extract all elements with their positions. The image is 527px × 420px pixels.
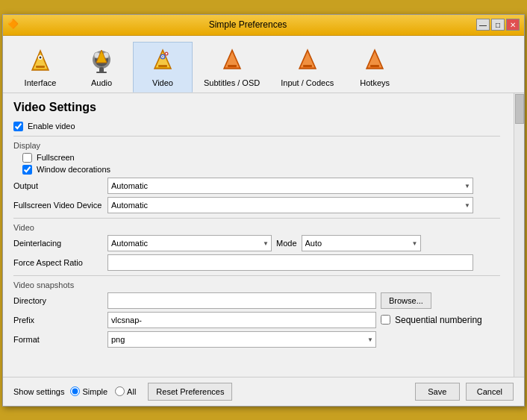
svg-point-3 [40,56,42,58]
snapshots-section-label: Video snapshots [13,280,500,289]
window-decorations-row: Window decorations [22,165,500,175]
mode-dropdown-wrapper: Auto [302,235,421,251]
app-icon: 🔶 [7,19,19,31]
video-tab-icon [148,47,178,77]
title-bar: 🔶 Simple Preferences — □ ✕ [3,15,524,36]
content-inner: Video Settings Enable video Display Full… [13,101,514,348]
directory-row: Directory Browse... [13,292,500,309]
sequential-numbering-label: Sequential numbering [395,315,482,325]
main-window: 🔶 Simple Preferences — □ ✕ Interface [2,14,525,407]
all-radio-item: All [115,386,136,396]
svg-rect-26 [303,65,312,67]
hotkeys-tab-label: Hotkeys [360,78,390,87]
fullscreen-row: Fullscreen [22,153,500,163]
show-settings-label: Show settings [13,387,64,396]
radio-group: Simple All [70,386,136,396]
enable-video-label: Enable video [28,122,75,131]
simple-radio-item: Simple [70,386,107,396]
tab-audio[interactable]: Audio [72,42,131,93]
svg-point-16 [162,56,163,57]
video-section-label: Video [13,223,500,232]
interface-tab-icon [25,47,55,77]
fullscreen-device-dropdown[interactable]: Automatic [107,197,473,213]
fullscreen-device-label: Fullscreen Video Device [13,201,103,210]
fullscreen-device-dropdown-wrapper: Automatic [107,197,473,213]
tab-bar: Interface Audio [3,36,524,93]
maximize-button[interactable]: □ [491,19,505,31]
output-label: Output [13,181,103,190]
tab-interface[interactable]: Interface [10,42,70,93]
simple-radio[interactable] [70,386,80,396]
deinterlacing-label: Deinterlacing [13,239,103,248]
audio-tab-label: Audio [91,78,112,87]
mode-dropdown[interactable]: Auto [302,235,421,251]
enable-video-checkbox[interactable] [13,122,23,131]
directory-input[interactable] [107,292,376,309]
tab-hotkeys[interactable]: Hotkeys [345,42,405,93]
scrollbar[interactable] [514,93,524,377]
audio-tab-icon [87,47,116,77]
page-title: Video Settings [13,101,500,114]
prefix-label: Prefix [13,316,103,325]
deinterlacing-dropdown-wrapper: Automatic [107,235,272,251]
window-decorations-label: Window decorations [37,165,110,174]
subtitles-tab-label: Subtitles / OSD [204,78,260,87]
save-button[interactable]: Save [415,383,460,401]
force-aspect-ratio-label: Force Aspect Ratio [13,258,103,267]
format-row: Format png jpg bmp [13,331,500,348]
content-area: Video Settings Enable video Display Full… [3,93,524,377]
window-controls: — □ ✕ [476,19,520,31]
simple-radio-label: Simple [82,387,107,396]
prefix-row: Prefix Sequential numbering [13,312,500,328]
input-tab-icon [293,47,322,77]
minimize-button[interactable]: — [476,19,490,31]
output-dropdown[interactable]: Automatic [107,178,473,194]
fullscreen-label: Fullscreen [37,153,75,162]
tab-video[interactable]: Video [133,42,193,93]
window-decorations-checkbox[interactable] [22,165,32,175]
output-dropdown-wrapper: Automatic [107,178,473,194]
enable-video-row: Enable video [13,122,500,131]
scrollbar-thumb[interactable] [515,94,524,124]
mode-label: Mode [276,239,297,248]
deinterlacing-row: Deinterlacing Automatic Mode Auto [13,235,500,251]
prefix-input[interactable] [107,312,376,328]
format-dropdown-wrapper: png jpg bmp [107,331,376,348]
format-label: Format [13,335,103,344]
tab-subtitles[interactable]: Subtitles / OSD [194,42,269,93]
svg-rect-4 [36,66,45,68]
svg-rect-29 [370,65,379,67]
subtitles-tab-icon [217,47,247,77]
sequential-numbering-checkbox[interactable] [381,315,390,325]
fullscreen-device-row: Fullscreen Video Device Automatic [13,197,500,213]
svg-rect-17 [158,65,167,67]
force-aspect-ratio-row: Force Aspect Ratio [13,254,500,271]
directory-label: Directory [13,296,103,305]
tab-input[interactable]: Input / Codecs [271,42,343,93]
deinterlacing-dropdown[interactable]: Automatic [107,235,272,251]
svg-rect-10 [96,72,107,73]
force-aspect-ratio-input[interactable] [107,254,473,271]
video-tab-label: Video [152,78,173,87]
footer: Show settings Simple All Reset Preferenc… [3,377,524,406]
cancel-button[interactable]: Cancel [466,383,514,401]
format-dropdown[interactable]: png jpg bmp [107,331,376,348]
reset-preferences-button[interactable]: Reset Preferences [148,383,232,401]
all-radio-label: All [127,387,136,396]
output-row: Output Automatic [13,178,500,194]
display-section-label: Display [13,141,500,150]
hotkeys-tab-icon [360,47,390,77]
browse-button[interactable]: Browse... [381,292,431,309]
close-button[interactable]: ✕ [506,19,520,31]
all-radio[interactable] [115,386,125,396]
interface-tab-label: Interface [25,78,57,87]
svg-rect-23 [228,65,237,67]
window-title: Simple Preferences [19,19,476,30]
input-tab-label: Input / Codecs [281,78,334,87]
fullscreen-checkbox[interactable] [22,153,32,163]
